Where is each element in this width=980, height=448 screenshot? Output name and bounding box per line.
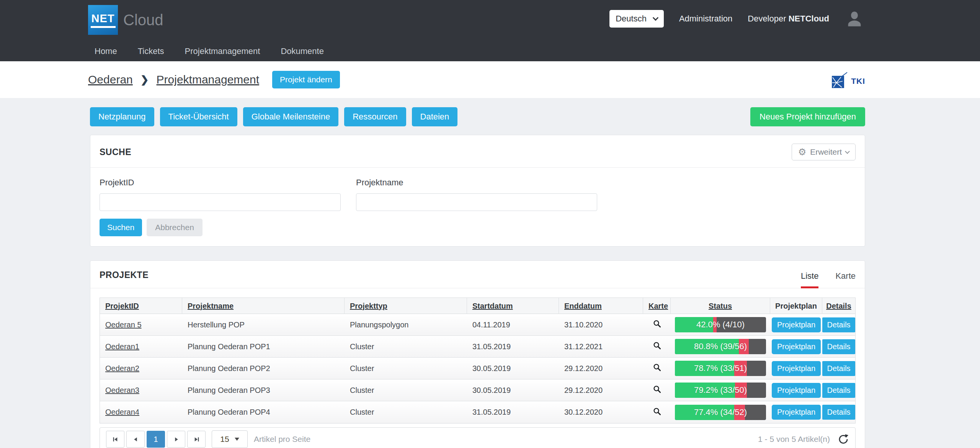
project-id-link[interactable]: Oederan4 bbox=[105, 408, 139, 416]
breadcrumb-bar: Oederan❯Projektmanagement Projekt ändern… bbox=[0, 61, 980, 98]
toolbar-button-dateien[interactable]: Dateien bbox=[412, 107, 458, 126]
next-page-button[interactable] bbox=[167, 431, 185, 448]
cell-startdatum: 04.11.2019 bbox=[467, 320, 559, 329]
main-nav: HomeTicketsProjektmanagementDokumente bbox=[91, 41, 334, 61]
details-button[interactable]: Details bbox=[822, 339, 855, 354]
breadcrumb-item-oederan[interactable]: Oederan bbox=[88, 73, 133, 86]
partner-logo-text: TKI bbox=[851, 77, 865, 86]
chevron-down-icon bbox=[845, 149, 850, 154]
details-button[interactable]: Details bbox=[822, 361, 855, 376]
per-page-label: Artikel pro Seite bbox=[254, 435, 310, 444]
projects-table-body: Oederan 5Herstellung POPPlanungspolygon0… bbox=[100, 314, 855, 423]
add-project-button[interactable]: Neues Projekt hinzufügen bbox=[750, 107, 865, 126]
cell-projektplan: Projektplan bbox=[770, 405, 822, 420]
column-header-projektplan: Projektplan bbox=[770, 298, 822, 314]
status-bar: 79.2% (33/50) bbox=[675, 383, 766, 398]
toolbar-button-ressourcen[interactable]: Ressourcen bbox=[344, 107, 406, 126]
nav-item-tickets[interactable]: Tickets bbox=[127, 41, 175, 61]
breadcrumb-separator: ❯ bbox=[140, 74, 149, 86]
language-select[interactable]: Deutsch bbox=[609, 10, 664, 28]
column-label: Status bbox=[709, 302, 732, 311]
toolbar-button-netzplanung[interactable]: Netzplanung bbox=[90, 107, 154, 126]
project-id-link[interactable]: Oederan3 bbox=[105, 386, 139, 394]
first-page-icon bbox=[113, 437, 118, 442]
cell-projektname: Planung Oederan POP4 bbox=[182, 408, 345, 417]
map-lookup-button[interactable] bbox=[653, 385, 662, 396]
last-page-button[interactable] bbox=[187, 431, 206, 448]
nav-item-home[interactable]: Home bbox=[91, 41, 127, 61]
cell-karte bbox=[643, 341, 671, 352]
gear-icon: ⚙ bbox=[798, 147, 807, 157]
projektplan-button[interactable]: Projektplan bbox=[772, 361, 821, 376]
status-label: 79.2% (33/50) bbox=[675, 383, 766, 398]
map-lookup-button[interactable] bbox=[653, 363, 662, 374]
projektname-input[interactable] bbox=[356, 193, 597, 211]
top-header: NET Cloud Deutsch Administration Develop… bbox=[0, 0, 980, 61]
user-role: Developer bbox=[748, 14, 786, 23]
toolbar-button-ticket-bersicht[interactable]: Ticket-Übersicht bbox=[160, 107, 237, 126]
projects-panel: PROJEKTE ListeKarte ProjektIDProjektname… bbox=[90, 260, 865, 448]
projektplan-button[interactable]: Projektplan bbox=[772, 317, 821, 332]
magnifier-icon bbox=[653, 341, 662, 350]
column-header-projekttyp[interactable]: Projekttyp bbox=[345, 298, 467, 314]
previous-page-button[interactable] bbox=[126, 431, 145, 448]
cell-projekttyp: Cluster bbox=[345, 342, 467, 351]
current-page-button[interactable]: 1 bbox=[147, 431, 165, 448]
cell-projekttyp: Planungspolygon bbox=[345, 320, 467, 329]
app-logo[interactable]: NET Cloud bbox=[88, 5, 163, 35]
breadcrumb-item-projektmanagement[interactable]: Projektmanagement bbox=[157, 73, 259, 86]
user-menu[interactable]: Developer NETCloud bbox=[748, 14, 829, 24]
toolbar: NetzplanungTicket-ÜbersichtGlobale Meile… bbox=[90, 107, 865, 126]
column-header-projektname[interactable]: Projektname bbox=[182, 298, 345, 314]
search-submit-button[interactable]: Suchen bbox=[100, 219, 142, 236]
view-tabs: ListeKarte bbox=[801, 271, 856, 288]
first-page-button[interactable] bbox=[106, 431, 124, 448]
cell-karte bbox=[643, 407, 671, 418]
partner-logo: TKI bbox=[830, 71, 865, 91]
details-button[interactable]: Details bbox=[822, 383, 855, 398]
map-lookup-button[interactable] bbox=[653, 319, 662, 330]
search-cancel-button[interactable]: Abbrechen bbox=[147, 219, 203, 236]
page-size-select[interactable]: 15 bbox=[212, 430, 248, 448]
column-header-projektid[interactable]: ProjektID bbox=[100, 298, 182, 314]
table-row: Oederan3Planung Oederan POP3Cluster30.05… bbox=[100, 379, 855, 401]
projektplan-button[interactable]: Projektplan bbox=[772, 339, 821, 354]
status-label: 42.0% (4/10) bbox=[675, 317, 766, 332]
project-id-link[interactable]: Oederan 5 bbox=[105, 320, 142, 329]
administration-link[interactable]: Administration bbox=[679, 14, 732, 24]
projektplan-button[interactable]: Projektplan bbox=[772, 383, 821, 398]
cell-projekttyp: Cluster bbox=[345, 364, 467, 373]
edit-project-button[interactable]: Projekt ändern bbox=[272, 71, 340, 88]
column-header-karte[interactable]: Karte bbox=[643, 298, 671, 314]
cell-projekt-id: Oederan1 bbox=[100, 342, 182, 351]
pagination-bar: 1 15 Artikel pro Seite 1 - 5 von 5 Artik… bbox=[100, 427, 856, 448]
advanced-search-button[interactable]: ⚙ Erweitert bbox=[792, 144, 856, 160]
details-button[interactable]: Details bbox=[822, 405, 855, 420]
projektplan-button[interactable]: Projektplan bbox=[772, 405, 821, 420]
details-button[interactable]: Details bbox=[822, 317, 855, 332]
tab-karte[interactable]: Karte bbox=[835, 271, 856, 288]
projektid-input[interactable] bbox=[100, 193, 341, 211]
tab-liste[interactable]: Liste bbox=[801, 271, 818, 288]
nav-item-projektmanagement[interactable]: Projektmanagement bbox=[175, 41, 271, 61]
column-header-enddatum[interactable]: Enddatum bbox=[559, 298, 643, 314]
project-id-link[interactable]: Oederan2 bbox=[105, 364, 139, 373]
map-lookup-button[interactable] bbox=[653, 407, 662, 418]
logo-product: Cloud bbox=[123, 11, 163, 29]
avatar[interactable] bbox=[844, 9, 864, 29]
logo-mark: NET bbox=[91, 12, 116, 28]
cell-projekt-id: Oederan 5 bbox=[100, 320, 182, 329]
column-header-details[interactable]: Details bbox=[822, 298, 855, 314]
cell-status: 79.2% (33/50) bbox=[671, 383, 770, 398]
prev-page-icon bbox=[133, 437, 139, 442]
toolbar-button-globale-meilensteine[interactable]: Globale Meilensteine bbox=[243, 107, 338, 126]
cell-startdatum: 30.05.2019 bbox=[467, 386, 559, 395]
pagination-buttons: 1 bbox=[106, 431, 206, 448]
map-lookup-button[interactable] bbox=[653, 341, 662, 352]
nav-item-dokumente[interactable]: Dokumente bbox=[270, 41, 334, 61]
refresh-button[interactable] bbox=[838, 433, 849, 445]
project-id-link[interactable]: Oederan1 bbox=[105, 342, 139, 351]
user-avatar-icon bbox=[844, 9, 864, 29]
column-header-status[interactable]: Status bbox=[671, 298, 770, 314]
column-header-startdatum[interactable]: Startdatum bbox=[467, 298, 559, 314]
